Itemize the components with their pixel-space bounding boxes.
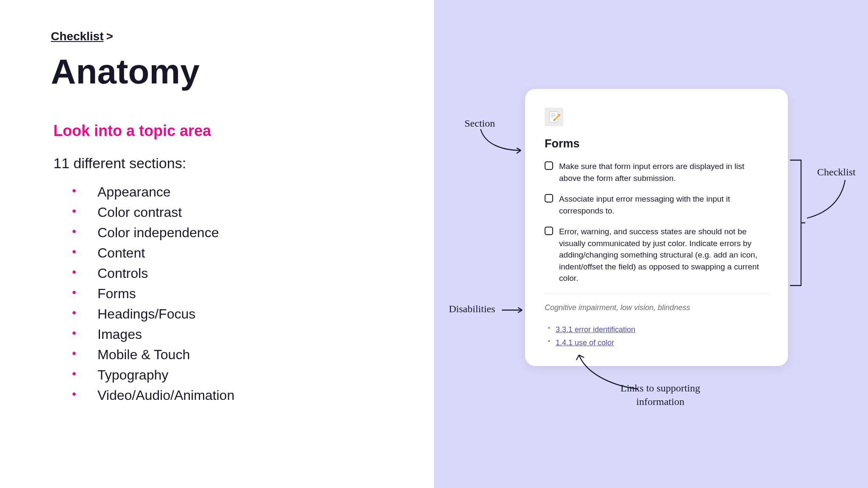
list-item: Color contrast	[72, 202, 383, 222]
list-item: Content	[72, 243, 383, 263]
annotation-checklist: Checklist	[817, 166, 856, 178]
divider	[545, 294, 768, 294]
list-item: 3.3.1 error identification	[545, 323, 768, 336]
subtitle: Look into a topic area	[53, 122, 383, 140]
checkbox[interactable]	[545, 227, 553, 235]
checkbox[interactable]	[545, 161, 553, 170]
checklist-item: Associate input error messaging with the…	[545, 193, 768, 216]
arrow-icon	[476, 127, 527, 157]
checklist-item: Error, warning, and success states are s…	[545, 226, 768, 284]
arrow-icon	[501, 306, 526, 314]
checklist-card: Forms Make sure that form input errors a…	[525, 89, 788, 366]
page-title: Anatomy	[51, 52, 383, 92]
checklist-text: Error, warning, and success states are s…	[559, 226, 768, 284]
list-item: Mobile & Touch	[72, 344, 383, 365]
card-title: Forms	[545, 137, 768, 150]
list-item: Images	[72, 324, 383, 344]
arrow-icon	[575, 351, 643, 393]
memo-icon	[545, 108, 563, 126]
list-item: Controls	[72, 263, 383, 283]
sections-list: Appearance Color contrast Color independ…	[72, 182, 383, 405]
checklist-item: Make sure that form input errors are dis…	[545, 161, 768, 184]
list-item: 1.4.1 use of color	[545, 336, 768, 349]
breadcrumb-caret: >	[106, 30, 113, 43]
arrow-icon	[803, 178, 849, 220]
list-item: Video/Audio/Animation	[72, 385, 383, 405]
annotation-disabilities: Disabilities	[449, 303, 495, 315]
disabilities-text: Cognitive impairment, low vision, blindn…	[545, 303, 768, 312]
list-item: Color independence	[72, 222, 383, 243]
sections-count: 11 different sections:	[53, 155, 383, 172]
list-item: Headings/Focus	[72, 304, 383, 324]
wcag-link[interactable]: 3.3.1 error identification	[556, 325, 635, 334]
breadcrumb-link[interactable]: Checklist	[51, 30, 104, 43]
list-item: Appearance	[72, 182, 383, 202]
list-item: Forms	[72, 283, 383, 304]
supporting-links: 3.3.1 error identification 1.4.1 use of …	[545, 323, 768, 349]
list-item: Typography	[72, 365, 383, 385]
checklist-text: Associate input error messaging with the…	[559, 193, 768, 216]
checkbox[interactable]	[545, 194, 553, 202]
wcag-link[interactable]: 1.4.1 use of color	[556, 338, 614, 347]
checklist-text: Make sure that form input errors are dis…	[559, 161, 768, 184]
